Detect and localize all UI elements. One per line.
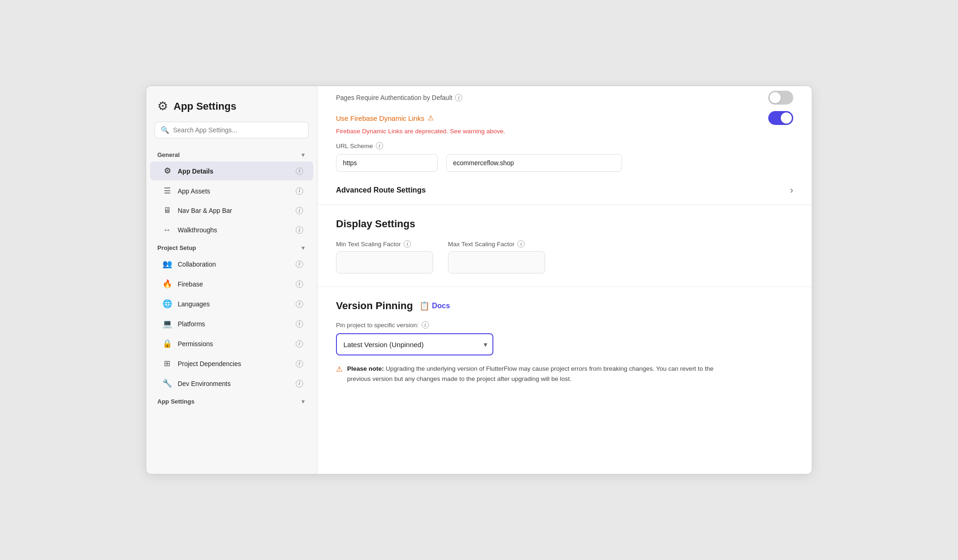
- info-icon: i: [296, 226, 303, 234]
- link-settings-block: Pages Require Authentication by Default …: [317, 86, 812, 205]
- display-settings-title: Display Settings: [336, 218, 793, 230]
- section-label-app-settings: App Settings: [157, 398, 194, 405]
- sidebar-item-permissions[interactable]: 🔒 Permissions i: [150, 334, 313, 353]
- section-label-project-setup: Project Setup: [157, 244, 196, 251]
- firebase-label-text: Use Firebase Dynamic Links: [336, 114, 424, 122]
- note-box: ⚠ Please note: Upgrading the underlying …: [336, 364, 715, 384]
- grid-icon: ⊞: [162, 359, 172, 368]
- url-scheme-input-right[interactable]: [446, 154, 622, 172]
- info-icon: i: [517, 240, 525, 248]
- scaling-row: Min Text Scaling Factor i Max Text Scali…: [336, 240, 793, 274]
- info-icon: i: [296, 280, 303, 288]
- gear-icon: ⚙: [157, 99, 168, 113]
- min-scaling-text: Min Text Scaling Factor: [336, 241, 401, 248]
- sidebar-item-navbar[interactable]: 🖥 Nav Bar & App Bar i: [150, 201, 313, 220]
- max-scaling-input[interactable]: [448, 251, 545, 274]
- sidebar-header: ⚙ App Settings: [146, 86, 317, 122]
- wrench-icon: 🔧: [162, 379, 172, 388]
- info-icon: i: [296, 380, 303, 387]
- pin-label-text: Pin project to specific version:: [336, 322, 419, 329]
- max-scaling-group: Max Text Scaling Factor i: [448, 240, 545, 274]
- firebase-deprecated-text: Firebase Dynamic Links are deprecated. S…: [336, 128, 793, 135]
- sidebar-item-firebase[interactable]: 🔥 Firebase i: [150, 274, 313, 293]
- pin-label: Pin project to specific version: i: [336, 321, 793, 329]
- sidebar-item-label: Dev Environments: [178, 380, 230, 387]
- arrows-icon: ↔: [162, 225, 172, 235]
- url-inputs-row: [336, 154, 793, 172]
- gear-icon: ⚙: [162, 166, 172, 176]
- sidebar-item-project-dependencies[interactable]: ⊞ Project Dependencies i: [150, 354, 313, 373]
- version-select[interactable]: Latest Version (Unpinned) v4.0 v3.9 v3.8: [336, 333, 493, 355]
- max-scaling-text: Max Text Scaling Factor: [448, 241, 515, 248]
- docs-link[interactable]: 📋 Docs: [419, 301, 450, 311]
- advanced-route-row[interactable]: Advanced Route Settings ›: [336, 180, 793, 196]
- sidebar-item-app-assets[interactable]: ☰ App Assets i: [150, 181, 313, 200]
- sidebar-item-languages[interactable]: 🌐 Languages i: [150, 294, 313, 313]
- sidebar-item-label: Languages: [178, 300, 210, 308]
- fire-icon: 🔥: [162, 279, 172, 289]
- sidebar-section-app-settings[interactable]: App Settings ▼: [146, 393, 317, 408]
- sidebar-item-platforms[interactable]: 💻 Platforms i: [150, 314, 313, 333]
- section-label-general: General: [157, 151, 180, 158]
- sidebar-item-label: Project Dependencies: [178, 360, 241, 367]
- chevron-down-icon: ▼: [300, 245, 306, 251]
- note-text: Please note: Upgrading the underlying ve…: [347, 364, 715, 384]
- toggle-knob: [781, 112, 792, 124]
- info-icon: i: [296, 300, 303, 308]
- search-container[interactable]: 🔍: [155, 122, 309, 138]
- min-scaling-input[interactable]: [336, 251, 433, 274]
- display-settings-block: Display Settings Min Text Scaling Factor…: [317, 205, 812, 287]
- people-icon: 👥: [162, 259, 172, 269]
- pages-auth-label: Pages Require Authentication by Default …: [336, 94, 462, 101]
- sidebar-title: App Settings: [174, 100, 236, 112]
- pages-auth-row: Pages Require Authentication by Default …: [336, 91, 793, 105]
- warning-icon: ⚠: [428, 114, 434, 122]
- url-scheme-text: URL Scheme: [336, 143, 373, 149]
- version-pinning-title: Version Pinning: [336, 300, 413, 312]
- sidebar-item-label: Collaboration: [178, 261, 216, 268]
- sidebar-item-label: Platforms: [178, 320, 205, 328]
- lock-icon: 🔒: [162, 339, 172, 348]
- min-scaling-group: Min Text Scaling Factor i: [336, 240, 433, 274]
- version-pinning-header: Version Pinning 📋 Docs: [336, 300, 793, 312]
- version-select-wrapper: Latest Version (Unpinned) v4.0 v3.9 v3.8…: [336, 333, 493, 355]
- note-bold: Please note:: [347, 365, 384, 372]
- version-pinning-block: Version Pinning 📋 Docs Pin project to sp…: [317, 287, 812, 397]
- sidebar-item-label: Nav Bar & App Bar: [178, 207, 232, 214]
- sidebar-item-collaboration[interactable]: 👥 Collaboration i: [150, 255, 313, 274]
- warning-icon: ⚠: [336, 365, 342, 373]
- monitor-icon: 🖥: [162, 206, 172, 215]
- info-icon: i: [376, 142, 383, 149]
- sidebar-section-project-setup[interactable]: Project Setup ▼: [146, 240, 317, 254]
- search-icon: 🔍: [161, 126, 169, 134]
- note-body: Upgrading the underlying version of Flut…: [347, 365, 714, 382]
- chevron-down-icon: ▼: [300, 152, 306, 158]
- search-input[interactable]: [173, 126, 303, 134]
- sidebar-item-label: Walkthroughs: [178, 226, 217, 234]
- info-icon: i: [422, 321, 429, 329]
- sidebar: ⚙ App Settings 🔍 General ▼ ⚙ App Details…: [146, 86, 317, 474]
- info-icon: i: [404, 240, 411, 248]
- main-content: Pages Require Authentication by Default …: [317, 86, 812, 474]
- advanced-route-label: Advanced Route Settings: [336, 186, 426, 194]
- sidebar-item-app-details[interactable]: ⚙ App Details i: [150, 162, 313, 180]
- info-icon: i: [296, 320, 303, 328]
- pages-auth-toggle[interactable]: [768, 91, 793, 105]
- info-icon: i: [296, 168, 303, 175]
- pages-auth-text: Pages Require Authentication by Default: [336, 94, 452, 101]
- list-icon: ☰: [162, 186, 172, 196]
- info-icon: i: [296, 187, 303, 195]
- sidebar-item-dev-environments[interactable]: 🔧 Dev Environments i: [150, 374, 313, 393]
- sidebar-item-label: Permissions: [178, 340, 213, 348]
- sidebar-item-label: App Details: [178, 168, 213, 175]
- url-scheme-input-left[interactable]: [336, 154, 438, 172]
- max-scaling-label: Max Text Scaling Factor i: [448, 240, 545, 248]
- sidebar-item-walkthroughs[interactable]: ↔ Walkthroughs i: [150, 221, 313, 239]
- firebase-toggle[interactable]: [768, 111, 793, 125]
- globe-icon: 🌐: [162, 299, 172, 309]
- url-scheme-label: URL Scheme i: [336, 142, 793, 149]
- firebase-links-row: Use Firebase Dynamic Links ⚠: [336, 111, 793, 125]
- desktop-icon: 💻: [162, 319, 172, 329]
- sidebar-section-general[interactable]: General ▼: [146, 147, 317, 161]
- chevron-down-icon: ▼: [300, 398, 306, 405]
